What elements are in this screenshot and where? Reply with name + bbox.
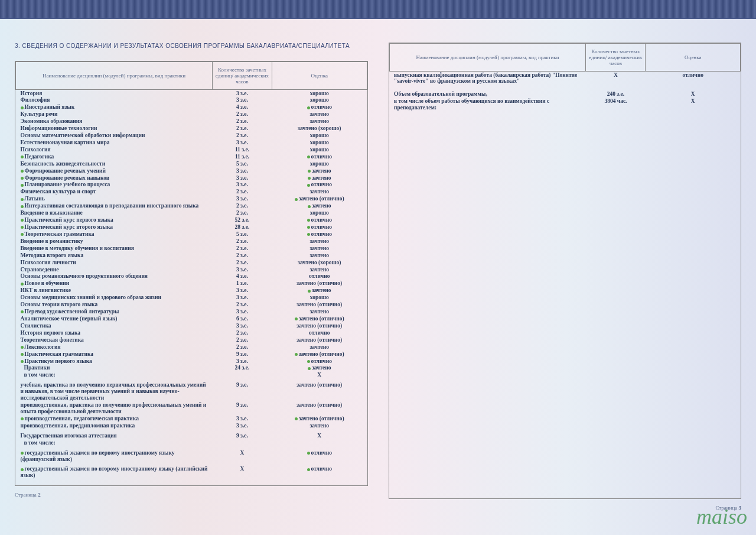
table-row: в том числе объем работы обучающихся во … — [389, 98, 741, 112]
discipline-name: в том числе: — [16, 439, 213, 446]
bullet-dot-icon — [308, 290, 311, 293]
credits-cell: 11 з.е. — [212, 146, 272, 153]
grade-cell: хорошо — [272, 90, 367, 97]
grade-cell: зачтено — [272, 343, 367, 351]
grade-cell: X — [646, 91, 741, 98]
table-row: Новое в обучении1 з.е.зачтено (отлично) — [16, 280, 367, 287]
credits-cell — [212, 372, 272, 379]
bullet-dot-icon — [21, 283, 24, 286]
grade-cell: X — [272, 372, 367, 379]
table-row: Страноведение3 з.е.зачтено — [16, 266, 367, 273]
discipline-name: Практический курс первого языка — [16, 217, 213, 224]
document-content: 3. СВЕДЕНИЯ О СОДЕРЖАНИИ И РЕЗУЛЬТАТАХ О… — [0, 19, 756, 517]
table-row: Философия3 з.е.хорошо — [16, 97, 367, 104]
discipline-name: Культура речи — [16, 111, 213, 118]
grade-cell: зачтено — [272, 245, 367, 252]
grade-cell: зачтено (отлично) — [272, 316, 367, 323]
table-row: Экономика образования2 з.е.зачтено — [16, 118, 367, 125]
grade-cell: зачтено — [272, 287, 367, 294]
grade-cell: хорошо — [272, 210, 367, 217]
credits-cell: 4 з.е. — [212, 273, 272, 280]
discipline-name: Педагогика — [16, 153, 213, 160]
table-row: Практический курс второго языка28 з.е.от… — [16, 224, 367, 231]
discipline-name: Практический курс второго языка — [16, 224, 213, 231]
credits-cell: 2 з.е. — [212, 301, 272, 309]
discipline-name: Иностранный язык — [16, 104, 213, 111]
table-row: Формирование речевых умений3 з.е.зачтено — [16, 167, 367, 174]
table-row: учебная, практика по получению первичных… — [16, 382, 367, 402]
table-row: Перевод художественной литературы3 з.е.з… — [16, 309, 367, 316]
credits-cell: 3 з.е. — [212, 322, 272, 329]
discipline-name: Интерактивная составляющая в преподавани… — [16, 203, 213, 210]
grade-cell: зачтено (отлично) — [272, 301, 367, 309]
grade-cell: зачтено (отлично) — [272, 280, 367, 287]
bullet-dot-icon — [295, 198, 298, 201]
credits-cell: 3 з.е. — [212, 97, 272, 104]
credits-cell: 2 з.е. — [212, 336, 272, 343]
table-row: производственная, практика по получению … — [16, 402, 367, 416]
credits-cell: 4 з.е. — [212, 104, 272, 111]
bullet-dot-icon — [21, 310, 24, 313]
bullet-dot-icon — [21, 468, 24, 471]
grade-cell: хорошо — [272, 139, 367, 146]
bullet-dot-icon — [308, 177, 311, 180]
credits-cell — [212, 439, 272, 446]
credits-cell: 9 з.е. — [212, 402, 272, 416]
discipline-name: Безопасность жизнедеятельности — [16, 160, 213, 167]
credits-cell: 11 з.е. — [212, 153, 272, 160]
discipline-name: Введение в языкознание — [16, 210, 213, 217]
table-row: Информационные технологии2 з.е.зачтено (… — [16, 125, 367, 132]
discipline-name: Лексикология — [16, 343, 213, 351]
grade-cell: зачтено (отлично) — [272, 402, 367, 416]
grade-cell: хорошо — [272, 160, 367, 167]
col-header-name: Наименование дисциплин (модулей) програм… — [16, 62, 213, 90]
col-header-name: Наименование дисциплин (модулей) програм… — [389, 44, 586, 72]
table-row: Практики24 з.е.зачтено — [16, 365, 367, 372]
bullet-dot-icon — [307, 452, 310, 455]
discipline-name: производственная, практика по получению … — [16, 402, 213, 416]
discipline-name: Страноведение — [16, 266, 213, 273]
bullet-dot-icon — [307, 155, 310, 158]
discipline-name: Формирование речевых навыков — [16, 174, 213, 181]
grade-cell: зачтено — [272, 365, 367, 372]
table-row: Теоретическая фонетика2 з.е.зачтено (отл… — [16, 336, 367, 343]
credits-cell: 3 з.е. — [212, 309, 272, 316]
credits-cell: 5 з.е. — [212, 231, 272, 238]
credits-cell: X — [586, 72, 646, 85]
bullet-dot-icon — [295, 417, 298, 420]
grade-cell: зачтено (хорошо) — [272, 125, 367, 132]
grade-cell: зачтено (хорошо) — [272, 259, 367, 266]
bullet-dot-icon — [21, 219, 24, 222]
credits-cell: 2 з.е. — [212, 329, 272, 336]
discipline-name: в том числе: — [16, 372, 213, 379]
table-row: Теоретическая грамматика5 з.е.отлично — [16, 231, 367, 238]
table-row: Введение в методику обучения и воспитани… — [16, 245, 367, 252]
discipline-name: Стилистика — [16, 322, 213, 329]
transcript-table-right: Наименование дисциплин (модулей) програм… — [389, 43, 742, 499]
table-row: в том числе:X — [16, 372, 367, 379]
grade-cell: X — [646, 98, 741, 112]
grade-cell: отлично — [272, 449, 367, 463]
table-row: Формирование речевых навыков3 з.е.зачтен… — [16, 174, 367, 181]
grade-cell: отлично — [272, 231, 367, 238]
grade-cell: зачтено (отлично) — [272, 382, 367, 402]
bullet-dot-icon — [307, 226, 310, 229]
table-row: государственный экзамен по второму иност… — [16, 466, 367, 479]
col-header-grade: Оценка — [272, 62, 367, 90]
table-row: Практическая грамматика9 з.е.зачтено (от… — [16, 351, 367, 358]
bullet-dot-icon — [21, 353, 24, 356]
credits-cell: X — [212, 466, 272, 479]
bullet-dot-icon — [307, 233, 310, 236]
credits-cell: 3 з.е. — [212, 196, 272, 203]
col-header-credits: Количество зачетных единиц/ академически… — [212, 62, 272, 90]
table-row: Иностранный язык4 з.е.отлично — [16, 104, 367, 111]
page-number-left: Страница 2 — [15, 492, 368, 498]
grade-cell: отлично — [272, 466, 367, 479]
discipline-name: Объем образовательной программы, — [389, 91, 586, 98]
credits-cell: 9 з.е. — [212, 351, 272, 358]
table-row: государственный экзамен по первому иност… — [16, 449, 367, 463]
credits-cell: 3 з.е. — [212, 139, 272, 146]
grade-cell: отлично — [272, 217, 367, 224]
discipline-name: Физическая культура и спорт — [16, 189, 213, 196]
discipline-name: Практики — [16, 365, 213, 372]
